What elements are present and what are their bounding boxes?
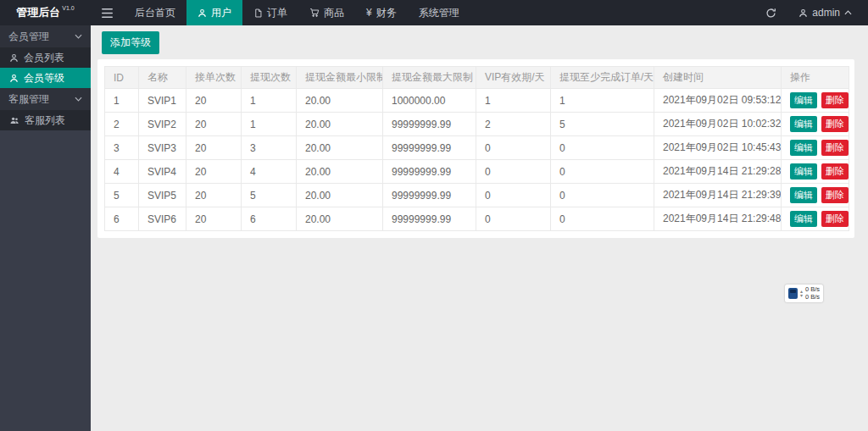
table-cell: 2021年09月14日 21:29:48 [654,207,782,231]
table-card: ID名称接单次数提现次数提现金额最小限制提现金额最大限制VIP有效期/天提现至少… [97,59,854,238]
add-level-button[interactable]: 添加等级 [102,31,159,54]
table-cell: 2021年09月14日 21:29:28 [654,160,782,184]
topbar-nav-label: 系统管理 [419,6,459,20]
table-cell: 5 [105,184,139,207]
delete-button[interactable]: 删除 [821,140,849,156]
table-cell: 5 [551,113,654,136]
table-row: 2SVIP220120.0099999999.99252021年09月02日 1… [105,113,849,136]
user-name: admin [812,7,840,19]
table-cell: 1000000.00 [383,89,476,113]
table-cell: 99999999.99 [383,207,476,231]
table-cell: 20.00 [297,160,383,184]
column-header: 操作 [782,67,849,89]
actions-cell: 编辑删除 [782,136,849,160]
table-row: 6SVIP620620.0099999999.99002021年09月14日 2… [105,207,849,231]
column-header: 提现次数 [242,67,297,89]
table-cell: 20.00 [297,136,383,160]
topbar: 管理后台 V1.0 后台首页用户订单商品¥财务系统管理 admin [0,0,868,25]
topbar-nav-label: 商品 [324,6,344,20]
topbar-nav-item-goods[interactable]: 商品 [298,0,355,25]
table-cell: 20.00 [297,207,383,231]
table-cell: 1 [105,89,139,113]
table-cell: 2 [476,113,551,136]
edit-button[interactable]: 编辑 [790,140,817,156]
table-cell: 2021年09月02日 09:53:12 [654,89,782,113]
topbar-nav-label: 订单 [267,6,287,20]
topbar-nav: 后台首页用户订单商品¥财务系统管理 [124,0,470,25]
sidebar-group-label: 客服管理 [8,92,49,107]
edit-button[interactable]: 编辑 [790,211,817,227]
table-cell: 20 [186,89,242,113]
table-cell: SVIP6 [139,207,186,231]
delete-button[interactable]: 删除 [821,116,849,132]
person-icon [9,74,19,83]
table-cell: 2021年09月02日 10:45:43 [654,136,782,160]
chevron-down-icon [75,34,82,39]
table-cell: 0 [551,184,654,207]
sidebar-item-service-list[interactable]: 客服列表 [0,110,91,130]
app-logo[interactable]: 管理后台 V1.0 [0,0,91,25]
table-cell: SVIP3 [139,136,186,160]
table-cell: 3 [105,136,139,160]
actions-cell: 编辑删除 [782,89,849,113]
edit-button[interactable]: 编辑 [790,163,817,180]
topbar-nav-item-orders[interactable]: 订单 [242,0,298,25]
table-cell: 99999999.99 [383,136,476,160]
delete-button[interactable]: 删除 [821,92,849,108]
cart-icon [309,8,320,18]
network-speed-values: 0 B/s 0 B/s [805,286,820,301]
sidebar-item-member-list[interactable]: 会员列表 [0,47,91,68]
sidebar-item-label: 会员列表 [24,51,64,65]
actions-cell: 编辑删除 [782,184,849,207]
topbar-nav-item-finance[interactable]: ¥财务 [355,0,408,25]
user-menu[interactable]: admin [787,0,863,25]
sidebar-item-member-level[interactable]: 会员等级 [0,68,91,88]
table-cell: 99999999.99 [383,184,476,207]
topbar-nav-label: 财务 [376,6,397,20]
column-header: 名称 [139,67,186,89]
table-cell: 5 [242,184,297,207]
table-cell: 99999999.99 [383,113,476,136]
delete-button[interactable]: 删除 [821,211,849,227]
table-cell: 0 [476,160,551,184]
topbar-nav-item-users[interactable]: 用户 [186,0,242,25]
column-header: 接单次数 [186,67,242,89]
network-widget-icon [788,288,798,299]
topbar-nav-item-home[interactable]: 后台首页 [124,0,186,25]
table-cell: 20.00 [297,113,383,136]
column-header: 提现金额最小限制 [297,67,383,89]
actions-cell: 编辑删除 [782,207,849,231]
table-row: 3SVIP320320.0099999999.99002021年09月02日 1… [105,136,849,160]
yen-icon: ¥ [366,8,372,18]
levels-table: ID名称接单次数提现次数提现金额最小限制提现金额最大限制VIP有效期/天提现至少… [104,66,849,231]
file-icon [253,8,263,18]
edit-button[interactable]: 编辑 [790,92,817,108]
sidebar-toggle-button[interactable] [91,0,124,25]
sidebar-group-title-0[interactable]: 会员管理 [0,25,91,47]
refresh-button[interactable] [754,0,787,25]
table-cell: 3 [242,136,297,160]
table-cell: 99999999.99 [383,160,476,184]
edit-button[interactable]: 编辑 [790,116,817,132]
table-cell: 20.00 [297,184,383,207]
person-icon [9,53,19,63]
topbar-nav-item-system[interactable]: 系统管理 [408,0,470,25]
app-version: V1.0 [62,5,74,11]
table-header-row: ID名称接单次数提现次数提现金额最小限制提现金额最大限制VIP有效期/天提现至少… [105,67,849,89]
edit-button[interactable]: 编辑 [790,187,817,203]
person-icon [198,8,207,18]
table-cell: 1 [476,89,551,113]
table-cell: 1 [551,89,654,113]
delete-button[interactable]: 删除 [821,187,849,203]
table-cell: 6 [242,207,297,231]
delete-button[interactable]: 删除 [821,163,849,180]
sidebar-group-title-1[interactable]: 客服管理 [0,88,91,110]
table-cell: 0 [476,184,551,207]
table-cell: 1 [242,89,297,113]
person-icon [798,8,808,18]
table-cell: SVIP5 [139,184,186,207]
table-cell: 20 [186,184,242,207]
table-cell: 0 [551,160,654,184]
column-header: VIP有效期/天 [476,67,551,89]
column-header: ID [105,67,139,89]
